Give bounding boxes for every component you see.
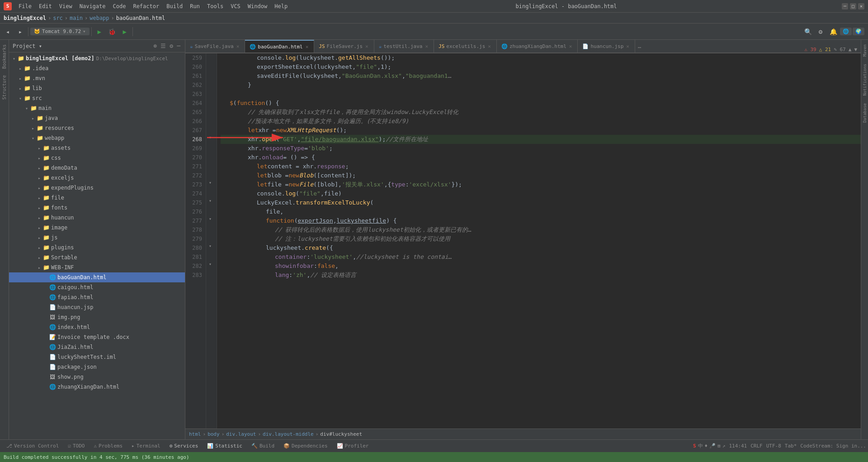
tree-packagejson[interactable]: 📄 package.json <box>9 362 185 372</box>
menu-help[interactable]: Help <box>271 2 291 10</box>
close-button[interactable]: ✕ <box>858 3 864 10</box>
tree-mvn[interactable]: ▸ 📁 .mvn <box>9 73 185 83</box>
tree-fapiao[interactable]: 🌐 fapiao.html <box>9 292 185 302</box>
status-profiler[interactable]: 📈 Profiler <box>332 442 373 450</box>
tree-huancun[interactable]: ▸ 📁 huancun <box>9 213 185 223</box>
menu-code[interactable]: Code <box>110 2 129 10</box>
indent[interactable]: Tab* <box>785 443 797 449</box>
cursor-position[interactable]: 114:41 <box>729 443 747 449</box>
tab-filesaver[interactable]: JS FileSaver.js ✕ <box>314 40 374 52</box>
menu-file[interactable]: File <box>15 2 35 10</box>
toolbar-notifications[interactable]: 🔔 <box>827 26 839 38</box>
toolbar-forward[interactable]: ▸ <box>14 26 26 38</box>
tree-baoguan[interactable]: 🌐 baoGuanDan.html <box>9 272 185 282</box>
left-tab-bookmarks[interactable]: Bookmarks <box>1 42 8 71</box>
menu-vcs[interactable]: VCS <box>227 2 244 10</box>
tree-idea[interactable]: ▸ 📁 .idea <box>9 63 185 73</box>
fold-270[interactable]: ▾ <box>209 180 212 185</box>
tree-imgpng[interactable]: 🖼 img.png <box>9 312 185 322</box>
tree-src[interactable]: ▾ 📁 src <box>9 93 185 103</box>
status-todo[interactable]: ☑ TODO <box>63 442 89 450</box>
status-terminal[interactable]: ▸ Terminal <box>127 442 165 450</box>
menu-navigate[interactable]: Navigate <box>76 2 109 10</box>
tree-jiazai[interactable]: 🌐 JiaZai.html <box>9 342 185 352</box>
tree-lib[interactable]: ▸ 📁 lib <box>9 83 185 93</box>
panel-add[interactable]: ⊕ <box>153 42 158 50</box>
tree-plugins[interactable]: ▸ 📁 plugins <box>9 243 185 252</box>
minimize-button[interactable]: ─ <box>842 3 848 10</box>
tree-image[interactable]: ▸ 📁 image <box>9 223 185 233</box>
toolbar-coverage[interactable]: ▶ <box>119 26 131 38</box>
tab-close-testutil[interactable]: ✕ <box>424 43 429 50</box>
tree-luckysheettestiml[interactable]: 📄 luckySheetTest.iml <box>9 352 185 362</box>
panel-gear[interactable]: ⚙ <box>169 42 174 50</box>
tree-showpng[interactable]: 🖼 show.png <box>9 372 185 382</box>
tab-close-savefile[interactable]: ✕ <box>236 43 241 50</box>
right-tab-database[interactable]: Database <box>862 100 868 125</box>
tree-resources[interactable]: ▸ 📁 resources <box>9 123 185 133</box>
tomcat-button[interactable]: 🐱 Tomcat 9.0.72 ▾ <box>30 28 90 35</box>
menu-view[interactable]: View <box>56 2 75 10</box>
toolbar-search[interactable]: 🔍 <box>802 26 814 38</box>
panel-collapse[interactable]: ☰ <box>160 42 167 50</box>
tree-js[interactable]: ▸ 📁 js <box>9 233 185 243</box>
tab-close-huancun[interactable]: ✕ <box>625 43 630 50</box>
browser-chrome[interactable]: 🌐 <box>840 28 852 35</box>
tree-indexhtml[interactable]: 🌐 index.html <box>9 322 185 332</box>
tree-fonts[interactable]: ▸ 📁 fonts <box>9 203 185 213</box>
tab-testutil[interactable]: ☕ testUtil.java ✕ <box>374 40 434 52</box>
breadcrumb-project[interactable]: binglingExcel <box>4 15 46 21</box>
tree-exceljs[interactable]: ▸ 📁 exceljs <box>9 173 185 183</box>
tree-demodata[interactable]: ▸ 📁 demoData <box>9 163 185 173</box>
line-sep[interactable]: CRLF <box>750 443 763 449</box>
menu-run[interactable]: Run <box>187 2 203 10</box>
path-div-luckysheet[interactable]: div#luckysheet <box>320 431 362 437</box>
tree-root[interactable]: ▾ 📁 binglingExcel [demo2] D:\Develop\bin… <box>9 53 185 63</box>
status-dependencies[interactable]: 📦 Dependencies <box>279 442 332 450</box>
menu-build[interactable]: Build <box>163 2 186 10</box>
tree-assets[interactable]: ▸ 📁 assets <box>9 143 185 153</box>
status-services[interactable]: ⚙ Services <box>165 442 203 450</box>
menu-window[interactable]: Window <box>245 2 270 10</box>
tree-sortable[interactable]: ▸ 📁 Sortable <box>9 252 185 262</box>
path-body[interactable]: body <box>208 431 220 437</box>
tab-savefile[interactable]: ☕ SaveFile.java ✕ <box>185 40 245 52</box>
indicator-collapse[interactable]: ▼ <box>854 47 857 52</box>
maximize-button[interactable]: □ <box>850 3 856 10</box>
tree-huancunjsp[interactable]: 📄 huancun.jsp <box>9 302 185 312</box>
indicator-expand[interactable]: ▲ <box>849 47 852 52</box>
tree-webapp[interactable]: ▾ 📁 webapp <box>9 133 185 143</box>
fold-272[interactable]: ▾ <box>209 198 212 203</box>
path-div-layout[interactable]: div.layout <box>226 431 256 437</box>
tab-baoguan[interactable]: 🌐 baoGuanDan.html ✕ <box>245 40 314 52</box>
right-tab-maven[interactable]: Maven <box>862 42 868 59</box>
status-version-control[interactable]: ⎇ Version Control <box>2 442 63 450</box>
menu-edit[interactable]: Edit <box>36 2 55 10</box>
toolbar-run[interactable]: ▶ <box>94 26 105 38</box>
left-tab-structure[interactable]: Structure <box>1 72 8 102</box>
codestream-status[interactable]: S 中 ♦ 🎤 ⊞ ↗ <box>693 443 726 449</box>
fold-274[interactable]: ▾ <box>209 216 212 221</box>
breadcrumb-src[interactable]: src <box>53 15 63 21</box>
fold-280[interactable]: ▾ <box>209 262 212 267</box>
browser-edge[interactable]: 🌍 <box>853 28 864 35</box>
toolbar-settings[interactable]: ⚙ <box>815 26 826 38</box>
toolbar-back[interactable]: ◂ <box>2 26 14 38</box>
menu-refactor[interactable]: Refactor <box>130 2 162 10</box>
tab-close-zhuangxiangdan[interactable]: ✕ <box>568 43 573 50</box>
path-html[interactable]: html <box>189 431 201 437</box>
tab-zhuangxiangdan[interactable]: 🌐 zhuangXiangDan.html ✕ <box>497 40 578 52</box>
path-div-layout-middle[interactable]: div.layout-middle <box>263 431 314 437</box>
tree-expendplugins[interactable]: ▸ 📁 expendPlugins <box>9 183 185 193</box>
breadcrumb-webapp[interactable]: webapp <box>90 15 109 21</box>
code-content[interactable]: console.log(luckysheet.getAllSheets()); … <box>217 53 861 429</box>
fold-277[interactable]: ▾ <box>209 243 212 248</box>
status-build[interactable]: 🔨 Build <box>247 442 279 450</box>
panel-minimize[interactable]: ─ <box>176 42 181 50</box>
right-tab-notifications[interactable]: Notifications <box>862 61 868 98</box>
tab-close-baoguan[interactable]: ✕ <box>305 43 310 50</box>
fold-264[interactable]: ▾ <box>209 135 212 140</box>
tab-huancun[interactable]: 📄 huancun.jsp ✕ <box>578 40 635 52</box>
tree-zhuangxiangdan[interactable]: 🌐 zhuangXiangDan.html <box>9 382 185 392</box>
tab-close-excelutils[interactable]: ✕ <box>487 43 492 50</box>
